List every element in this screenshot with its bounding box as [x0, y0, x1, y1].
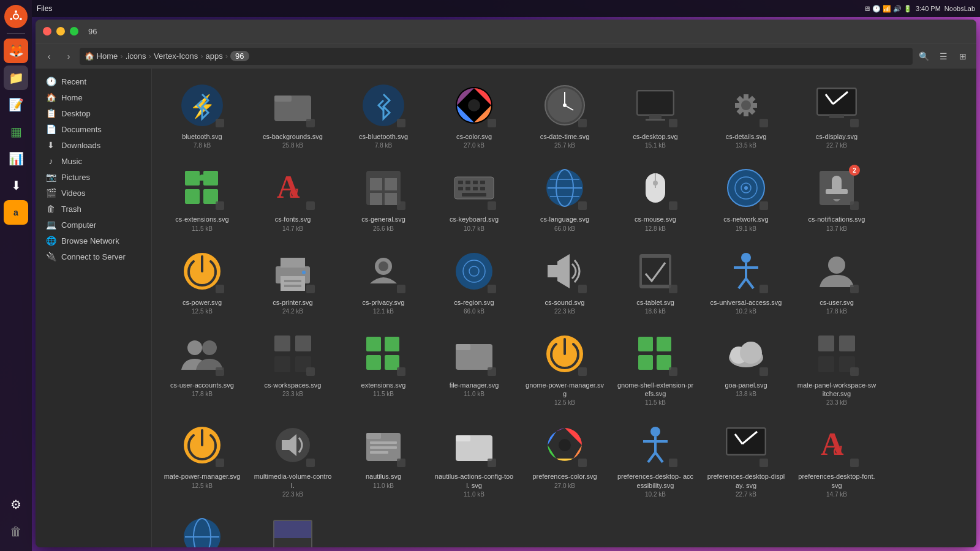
file-item[interactable]: cs-region.svg66.0 kB	[431, 242, 517, 320]
back-button[interactable]: ‹	[40, 48, 58, 65]
file-item[interactable]: cs-user.svg17.8 kB	[794, 242, 880, 320]
file-icon-wrapper	[268, 512, 317, 547]
svg-rect-30	[744, 94, 748, 99]
sidebar-item-trash[interactable]: 🗑 Trash	[38, 201, 149, 217]
file-item[interactable]: cs-color.svg27.0 kB	[431, 76, 517, 154]
sidebar-item-music[interactable]: ♪ Music	[38, 153, 149, 169]
svg-rect-49	[458, 181, 463, 184]
file-item[interactable]: cs-language.svg66.0 kB	[522, 159, 608, 236]
file-item[interactable]: extensions.svg11.5 kB	[341, 324, 426, 411]
file-item[interactable]: cs-privacy.svg12.1 kB	[341, 242, 426, 320]
file-item[interactable]: cs-sound.svg22.3 kB	[522, 242, 608, 320]
breadcrumb-vertex[interactable]: Vertex-Icons	[154, 51, 198, 61]
file-icon-wrapper	[540, 247, 589, 296]
svg-line-93	[746, 279, 753, 288]
file-item[interactable]: cs-details.svg13.5 kB	[703, 76, 789, 154]
file-name: nautilus.svg	[366, 472, 401, 481]
sidebar-item-home[interactable]: 🏠 Home	[38, 89, 149, 105]
file-name: cs-user-accounts.svg	[170, 381, 234, 389]
sidebar-item-connect-server[interactable]: 🔌 Connect to Server	[38, 249, 149, 264]
search-button[interactable]: 🔍	[915, 48, 932, 65]
file-icon-wrapper	[722, 247, 771, 296]
minimize-button[interactable]	[56, 27, 65, 36]
file-item[interactable]: preferences-color.svg27.0 kB	[522, 416, 608, 503]
file-item[interactable]: gnome-power-manager.svg12.5 kB	[522, 324, 608, 411]
svg-rect-57	[462, 193, 486, 197]
file-size: 19.1 kB	[736, 225, 756, 232]
file-item[interactable]: preferences-desktop- wallpaper.svg25.8 k…	[250, 508, 336, 547]
taskbar-trash[interactable]: 🗑	[4, 519, 28, 544]
file-icon-wrapper	[268, 81, 317, 130]
taskbar-spreadsheet[interactable]: ▦	[4, 119, 28, 144]
ubuntu-logo[interactable]	[4, 5, 28, 28]
taskbar-settings[interactable]: ⚙	[4, 492, 28, 517]
taskbar-firefox[interactable]: 🦊	[4, 39, 28, 63]
file-item[interactable]: cs-date-time.svg25.7 kB	[522, 76, 608, 154]
sidebar-item-computer[interactable]: 💻 Computer	[38, 217, 149, 233]
file-item[interactable]: cs-workspaces.svg23.3 kB	[250, 324, 336, 411]
sidebar-item-browse-network[interactable]: 🌐 Browse Network	[38, 233, 149, 249]
file-item[interactable]: cs-extensions.svg11.5 kB	[159, 159, 245, 236]
taskbar-files[interactable]: 📁	[4, 66, 28, 90]
file-item[interactable]: file-manager.svg11.0 kB	[431, 324, 517, 411]
file-item[interactable]: cs-printer.svg24.2 kB	[250, 242, 336, 320]
breadcrumb-home[interactable]: 🏠 Home	[85, 51, 118, 61]
file-item[interactable]: cs-user-accounts.svg17.8 kB	[159, 324, 245, 411]
breadcrumb-apps[interactable]: apps	[206, 51, 223, 61]
svg-rect-28	[735, 103, 740, 108]
file-size: 11.5 kB	[645, 399, 666, 406]
sidebar-label-recent: Recent	[61, 77, 86, 86]
file-item[interactable]: nautilus-actions-config-tool. svg11.0 kB	[431, 416, 517, 503]
sidebar-item-videos[interactable]: 🎬 Videos	[38, 185, 149, 201]
file-item[interactable]: gnome-shell-extension-prefs.svg11.5 kB	[612, 324, 698, 411]
file-item[interactable]: mate-power-manager.svg12.5 kB	[159, 416, 245, 503]
sidebar-item-pictures[interactable]: 📷 Pictures	[38, 169, 149, 185]
file-size: 14.7 kB	[826, 491, 847, 498]
file-name: cs-fonts.svg	[275, 215, 311, 223]
file-item[interactable]: cs-desktop.svg15.1 kB	[612, 76, 698, 154]
file-item[interactable]: ⚡bluetooth.svg7.8 kB	[159, 76, 245, 154]
sidebar-item-desktop[interactable]: 📋 Desktop	[38, 105, 149, 121]
taskbar-download[interactable]: ⬇	[4, 173, 28, 198]
list-view-button[interactable]: ☰	[935, 48, 952, 65]
file-item[interactable]: Aacs-fonts.svg14.7 kB	[250, 159, 336, 236]
network-icon: 🌐	[45, 236, 56, 246]
close-button[interactable]	[43, 27, 51, 36]
sidebar-item-recent[interactable]: 🕐 Recent	[38, 73, 149, 89]
maximize-button[interactable]	[70, 27, 78, 36]
taskbar-amazon[interactable]: a	[4, 200, 28, 225]
svg-rect-116	[839, 335, 855, 351]
taskbar-text-editor[interactable]: 📝	[4, 92, 28, 117]
file-name: cs-date-time.svg	[540, 132, 590, 141]
file-item[interactable]: cs-network.svg19.1 kB	[703, 159, 789, 236]
grid-view-button[interactable]: ⊞	[954, 48, 971, 65]
breadcrumb-icons[interactable]: .icons	[126, 51, 146, 61]
forward-button[interactable]: ›	[60, 48, 77, 65]
file-item[interactable]: cs-universal-access.svg10.2 kB	[703, 242, 789, 320]
sidebar-item-documents[interactable]: 📄 Documents	[38, 121, 149, 137]
home-icon: 🏠	[45, 92, 56, 102]
file-item[interactable]: preferences-desktop-locale. svg66.0 kB	[159, 508, 245, 547]
file-item[interactable]: mate-panel-workspace-switcher.svg23.3 kB	[794, 324, 880, 411]
breadcrumb-current[interactable]: 96	[230, 51, 249, 61]
file-item[interactable]: cs-tablet.svg18.6 kB	[612, 242, 698, 320]
file-item[interactable]: cs-bluetooth.svg7.8 kB	[341, 76, 426, 154]
taskbar-impress[interactable]: 📊	[4, 146, 28, 171]
file-item[interactable]: preferences-desktop- accessibility.svg10…	[612, 416, 698, 503]
file-item[interactable]: Aapreferences-desktop-font.svg14.7 kB	[794, 416, 880, 503]
file-item[interactable]: cs-display.svg22.7 kB	[794, 76, 880, 154]
file-item[interactable]: goa-panel.svg13.8 kB	[703, 324, 789, 411]
file-item[interactable]: multimedia-volume-control.22.3 kB	[250, 416, 336, 503]
main-area: 🕐 Recent 🏠 Home 📋 Desktop 📄 Documents ⬇ …	[36, 69, 976, 547]
file-item[interactable]: 2cs-notifications.svg13.7 kB	[794, 159, 880, 236]
sidebar-item-downloads[interactable]: ⬇ Downloads	[38, 137, 149, 153]
file-icon-wrapper	[268, 247, 317, 296]
file-item[interactable]: cs-keyboard.svg10.7 kB	[431, 159, 517, 236]
file-item[interactable]: cs-mouse.svg12.8 kB	[612, 159, 698, 236]
file-item[interactable]: cs-power.svg12.5 kB	[159, 242, 245, 320]
file-item[interactable]: preferences-desktop-display. svg22.7 kB	[703, 416, 789, 503]
file-item[interactable]: cs-backgrounds.svg25.8 kB	[250, 76, 336, 154]
file-item[interactable]: nautilus.svg11.0 kB	[341, 416, 426, 503]
svg-rect-99	[274, 356, 290, 372]
file-item[interactable]: cs-general.svg26.6 kB	[341, 159, 426, 236]
